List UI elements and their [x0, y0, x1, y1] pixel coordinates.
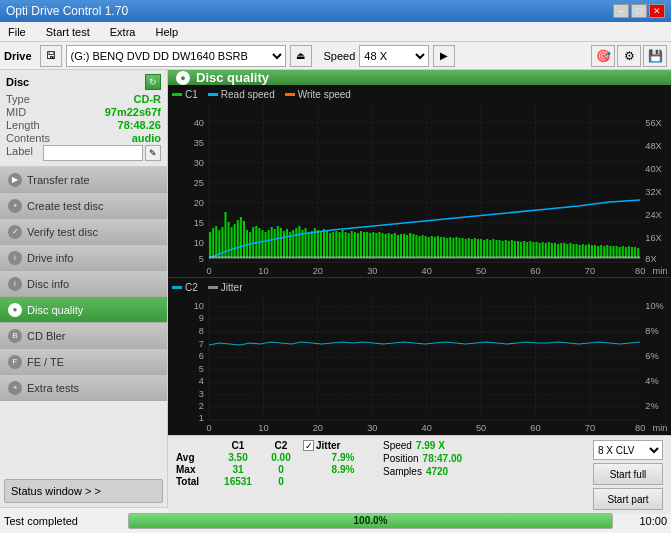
- svg-rect-108: [409, 233, 411, 258]
- svg-text:10: 10: [258, 266, 268, 276]
- svg-rect-135: [492, 239, 494, 258]
- jitter-label: Jitter: [316, 440, 340, 451]
- svg-rect-56: [249, 232, 251, 258]
- speed-arrow-button[interactable]: ▶: [433, 45, 455, 67]
- svg-rect-178: [625, 247, 627, 258]
- svg-rect-180: [631, 247, 633, 258]
- svg-rect-93: [363, 232, 365, 258]
- svg-rect-87: [345, 232, 347, 258]
- svg-rect-130: [477, 239, 479, 258]
- samples-value: 4720: [426, 466, 448, 477]
- status-window-label: Status window > >: [11, 485, 101, 497]
- menu-file[interactable]: File: [4, 24, 30, 40]
- disc-color-icon[interactable]: 🎯: [591, 45, 615, 67]
- label-edit-button[interactable]: ✎: [145, 145, 161, 161]
- svg-rect-142: [514, 241, 516, 258]
- nav-label-transfer-rate: Transfer rate: [27, 174, 90, 186]
- save-icon[interactable]: 💾: [643, 45, 667, 67]
- label-label: Label: [6, 145, 33, 161]
- menu-start-test[interactable]: Start test: [42, 24, 94, 40]
- app-title: Opti Drive Control 1.70: [6, 4, 128, 18]
- svg-rect-131: [480, 239, 482, 258]
- drive-select[interactable]: (G:) BENQ DVD DD DW1640 BSRB: [66, 45, 286, 67]
- total-jitter: [303, 476, 363, 487]
- svg-text:24X: 24X: [645, 210, 661, 220]
- nav-label-disc-quality: Disc quality: [27, 304, 83, 316]
- status-window-button[interactable]: Status window > >: [4, 479, 163, 503]
- svg-text:30: 30: [194, 158, 204, 168]
- nav-label-extra-tests: Extra tests: [27, 382, 79, 394]
- jitter-checkbox[interactable]: ✓: [303, 440, 314, 451]
- svg-rect-106: [403, 234, 405, 258]
- progress-percent: 100.0%: [354, 515, 388, 526]
- menu-extra[interactable]: Extra: [106, 24, 140, 40]
- svg-rect-109: [412, 234, 414, 258]
- svg-rect-181: [634, 247, 636, 258]
- svg-rect-149: [535, 242, 537, 258]
- samples-label: Samples: [383, 466, 422, 477]
- disc-refresh-button[interactable]: ↻: [145, 74, 161, 90]
- panel-header-icon: ●: [176, 71, 190, 85]
- sidebar-item-extra-tests[interactable]: + Extra tests: [0, 375, 167, 401]
- sidebar-item-transfer-rate[interactable]: ▶ Transfer rate: [0, 167, 167, 193]
- disc-type-row: Type CD-R: [6, 93, 161, 105]
- svg-rect-86: [341, 230, 343, 258]
- svg-rect-148: [532, 242, 534, 258]
- svg-text:16X: 16X: [645, 233, 661, 243]
- sidebar-item-disc-quality[interactable]: ● Disc quality: [0, 297, 167, 323]
- sidebar-item-fe-te[interactable]: F FE / TE: [0, 349, 167, 375]
- legend-c1: C1: [185, 89, 198, 100]
- svg-rect-151: [542, 242, 544, 258]
- svg-text:50: 50: [476, 423, 486, 433]
- svg-rect-95: [369, 233, 371, 258]
- disc-length-row: Length 78:48.26: [6, 119, 161, 131]
- title-bar: Opti Drive Control 1.70 – □ ✕: [0, 0, 671, 22]
- start-full-button[interactable]: Start full: [593, 463, 663, 485]
- svg-rect-153: [548, 242, 550, 258]
- minimize-button[interactable]: –: [613, 4, 629, 18]
- svg-text:0: 0: [206, 266, 211, 276]
- panel-header: ● Disc quality: [168, 70, 671, 85]
- disc-mid-row: MID 97m22s67f: [6, 106, 161, 118]
- speed-combo-select[interactable]: 8 X CLV: [593, 440, 663, 460]
- svg-rect-114: [428, 237, 430, 258]
- svg-text:30: 30: [367, 266, 377, 276]
- svg-text:40X: 40X: [645, 164, 661, 174]
- svg-rect-83: [332, 232, 334, 258]
- avg-c2: 0.00: [262, 452, 300, 463]
- svg-rect-79: [320, 232, 322, 258]
- svg-rect-169: [597, 246, 599, 258]
- speed-select[interactable]: 48 X: [359, 45, 429, 67]
- sidebar-item-disc-info[interactable]: i Disc info: [0, 271, 167, 297]
- svg-rect-133: [486, 239, 488, 258]
- disc-label-input[interactable]: [43, 145, 143, 161]
- start-part-button[interactable]: Start part: [593, 488, 663, 510]
- svg-rect-60: [261, 230, 263, 258]
- maximize-button[interactable]: □: [631, 4, 647, 18]
- sidebar-item-verify-test-disc[interactable]: ✓ Verify test disc: [0, 219, 167, 245]
- svg-rect-136: [495, 240, 497, 258]
- eject-button[interactable]: ⏏: [290, 45, 312, 67]
- stats-table: C1 C2 ✓ Jitter Avg 3.50 0.00 7.9% Max 31…: [176, 440, 363, 510]
- svg-text:48X: 48X: [645, 141, 661, 151]
- svg-rect-99: [382, 233, 384, 258]
- sidebar-item-create-test-disc[interactable]: + Create test disc: [0, 193, 167, 219]
- svg-rect-66: [280, 228, 282, 258]
- nav-icon-verify: ✓: [8, 225, 22, 239]
- nav-icon-fe-te: F: [8, 355, 22, 369]
- svg-rect-70: [292, 230, 294, 258]
- close-button[interactable]: ✕: [649, 4, 665, 18]
- svg-rect-132: [483, 240, 485, 258]
- svg-rect-146: [526, 242, 528, 258]
- label-input-row: ✎: [43, 145, 161, 161]
- position-label: Position: [383, 453, 419, 464]
- legend-write-speed: Write speed: [298, 89, 351, 100]
- sidebar-item-cd-bler[interactable]: B CD Bler: [0, 323, 167, 349]
- menu-help[interactable]: Help: [151, 24, 182, 40]
- disc-panel: Disc ↻ Type CD-R MID 97m22s67f Length 78…: [0, 70, 167, 167]
- sidebar-item-drive-info[interactable]: i Drive info: [0, 245, 167, 271]
- svg-rect-156: [557, 244, 559, 258]
- settings-icon[interactable]: ⚙: [617, 45, 641, 67]
- speed-value: 7.99 X: [416, 440, 445, 451]
- svg-rect-75: [308, 232, 310, 258]
